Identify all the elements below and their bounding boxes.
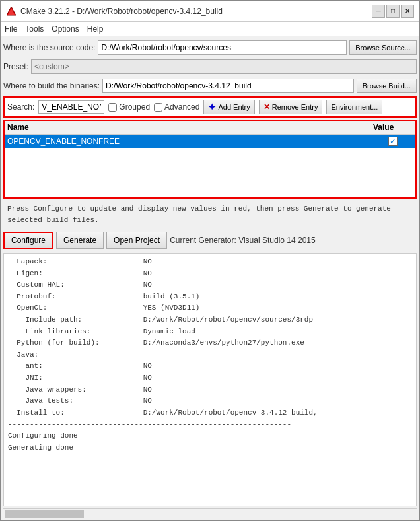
output-line: Include path: D:/Work/Robot/robot/opencv… <box>8 314 412 326</box>
generate-button[interactable]: Generate <box>56 232 104 249</box>
open-project-button[interactable]: Open Project <box>106 232 167 249</box>
output-line: JNI: NO <box>8 372 412 384</box>
output-line: Link libraries: Dynamic load <box>8 326 412 338</box>
table-row[interactable]: OPENCV_ENABLE_NONFREE ✓ <box>5 135 415 148</box>
preset-input[interactable] <box>31 59 417 74</box>
source-label: Where is the source code: <box>3 43 95 52</box>
grouped-checkbox[interactable] <box>108 103 117 112</box>
output-line: Java: <box>8 349 412 361</box>
binary-label: Where to build the binaries: <box>3 81 100 90</box>
grouped-group: Grouped <box>108 102 150 112</box>
output-area[interactable]: Lapack: NO Eigen: NO Custom HAL: NO Prot… <box>3 253 417 506</box>
entry-value: ✓ <box>373 137 413 146</box>
search-section: Search: Grouped Advanced ✦ Add Entry ✕ R… <box>3 96 417 118</box>
output-line: Protobuf: build (3.5.1) <box>8 291 412 303</box>
menu-file[interactable]: File <box>5 24 17 34</box>
configure-button[interactable]: Configure <box>3 232 53 249</box>
grouped-label: Grouped <box>119 102 150 112</box>
output-line: Custom HAL: NO <box>8 279 412 291</box>
scrollbar-thumb-h <box>5 510 84 518</box>
table-header: Name Value <box>5 121 415 135</box>
browse-source-button[interactable]: Browse Source... <box>349 40 417 55</box>
advanced-checkbox[interactable] <box>154 103 162 112</box>
entry-name: OPENCV_ENABLE_NONFREE <box>7 137 373 146</box>
cmake-icon <box>6 6 17 17</box>
entries-table: Name Value OPENCV_ENABLE_NONFREE ✓ <box>3 120 417 199</box>
binary-input[interactable] <box>102 79 354 93</box>
title-bar: CMake 3.21.2 - D:/Work/Robot/robot/openc… <box>1 1 419 22</box>
advanced-group: Advanced <box>154 102 199 112</box>
horizontal-scrollbar[interactable] <box>3 508 417 518</box>
menu-options[interactable]: Options <box>52 24 79 34</box>
preset-label: Preset: <box>3 62 28 71</box>
main-content: Where is the source code: Browse Source.… <box>1 36 419 520</box>
output-line: Lapack: NO <box>8 256 412 268</box>
window-title: CMake 3.21.2 - D:/Work/Robot/robot/openc… <box>20 7 223 16</box>
generator-label: Current Generator: Visual Studio 14 2015 <box>170 236 316 245</box>
output-line: ----------------------------------------… <box>8 419 412 431</box>
search-input[interactable] <box>38 100 104 114</box>
remove-entry-label: Remove Entry <box>272 103 318 111</box>
output-line: Eigen: NO <box>8 268 412 280</box>
minimize-button[interactable]: ─ <box>372 5 385 18</box>
environment-button[interactable]: Environment... <box>326 100 382 114</box>
output-line: Generating done <box>8 442 412 454</box>
value-column-header: Value <box>373 123 413 132</box>
add-entry-label: Add Entry <box>218 103 250 111</box>
preset-row: Preset: <box>3 58 417 75</box>
remove-entry-button[interactable]: ✕ Remove Entry <box>259 100 323 114</box>
menu-help[interactable]: Help <box>87 24 104 34</box>
checked-checkbox[interactable]: ✓ <box>388 137 398 146</box>
output-line: Configuring done <box>8 431 412 442</box>
output-line: Python (for build): D:/Anaconda3/envs/py… <box>8 337 412 349</box>
output-line: Java tests: NO <box>8 396 412 407</box>
search-label: Search: <box>7 102 34 112</box>
output-line: Java wrappers: NO <box>8 384 412 396</box>
advanced-label: Advanced <box>164 102 199 112</box>
name-column-header: Name <box>7 123 373 132</box>
output-line: Install to: D:/Work/Robot/robot/opencv-3… <box>8 407 412 419</box>
source-row: Where is the source code: Browse Source.… <box>3 39 417 56</box>
maximize-button[interactable]: □ <box>386 5 400 18</box>
output-line: OpenCL: YES (NVD3D11) <box>8 302 412 314</box>
menu-bar: File Tools Options Help <box>1 22 419 36</box>
plus-icon: ✦ <box>208 102 216 112</box>
close-button[interactable]: ✕ <box>401 5 414 18</box>
title-buttons: ─ □ ✕ <box>372 5 414 18</box>
x-icon: ✕ <box>263 102 270 112</box>
menu-tools[interactable]: Tools <box>25 24 44 34</box>
source-input[interactable] <box>98 40 347 55</box>
main-window: CMake 3.21.2 - D:/Work/Robot/robot/openc… <box>0 0 420 521</box>
add-entry-button[interactable]: ✦ Add Entry <box>203 100 254 114</box>
info-text: Press Configure to update and display ne… <box>3 201 417 228</box>
output-line: ant: NO <box>8 361 412 372</box>
title-bar-left: CMake 3.21.2 - D:/Work/Robot/robot/openc… <box>6 6 223 17</box>
browse-build-button[interactable]: Browse Build... <box>357 79 417 93</box>
action-bar: Configure Generate Open Project Current … <box>3 230 417 251</box>
binary-row: Where to build the binaries: Browse Buil… <box>3 77 417 94</box>
